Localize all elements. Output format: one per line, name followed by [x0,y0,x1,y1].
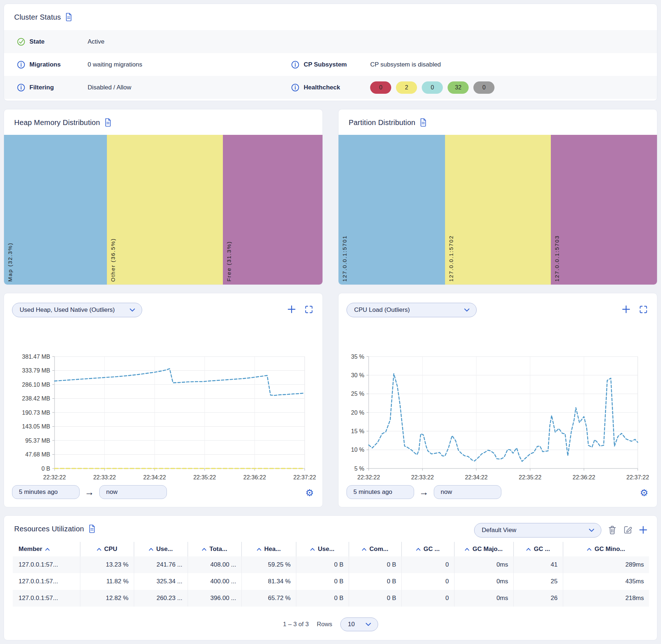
bar-segment[interactable]: 127.0.0.1:5701 [338,135,445,285]
value-cell: 25 [513,573,563,590]
segment-label: Map (32.3%) [7,242,13,282]
value-cell: 0 B [296,556,349,573]
sort-caret-icon [257,546,261,553]
rows-per-page-label: Rows [317,621,332,628]
metric-select[interactable]: CPU Load (Outliers) [346,303,477,317]
document-icon[interactable] [104,118,112,127]
segment-label: 127.0.0.1:5703 [554,235,560,282]
metric-select[interactable]: Used Heap, Used Native (Outliers) [12,303,142,317]
fullscreen-button[interactable] [305,305,313,315]
column-header[interactable]: GC Majo... [454,542,513,556]
healthcheck-badge[interactable]: 0 [422,81,443,94]
status-label: State [29,38,88,45]
svg-text:22:33:22: 22:33:22 [411,474,434,480]
svg-text:95.37 MB: 95.37 MB [25,438,50,444]
document-icon[interactable] [88,524,96,533]
value-cell: 65.72 % [241,590,296,607]
table-row[interactable]: 127.0.0.1:57...12.82 %260.23 ...396.00 .… [13,590,649,607]
plus-icon [639,526,648,535]
column-header[interactable]: Use... [134,542,188,556]
column-header[interactable]: GC Mino... [563,542,649,556]
svg-text:22:34:22: 22:34:22 [143,474,166,480]
add-chart-button[interactable] [287,305,296,315]
table-row[interactable]: 127.0.0.1:57...11.82 %325.34 ...400.00 .… [13,573,649,590]
cluster-status-panel: Cluster Status StateActiveMigrations0 wa… [4,4,657,101]
status-group-left: Migrations0 waiting migrations [4,61,291,69]
status-row: StateActive [4,30,657,53]
svg-text:190.73 MB: 190.73 MB [22,410,50,416]
column-header[interactable]: CPU [80,542,134,556]
column-header[interactable]: Com... [349,542,401,556]
segment-label: Free (31.3%) [226,241,232,282]
value-cell: 325.34 ... [134,573,188,590]
panel-title: Cluster Status [14,13,61,21]
value-cell: 0ms [454,556,513,573]
column-header[interactable]: Hea... [241,542,296,556]
chevron-down-icon [129,306,135,314]
edit-view-button[interactable] [623,525,632,535]
rows-per-page-value: 10 [348,621,355,628]
column-header[interactable]: Tota... [188,542,241,556]
svg-text:333.79 MB: 333.79 MB [22,367,50,374]
value-cell: 0 B [349,556,401,573]
bar-segment[interactable]: 127.0.0.1:5702 [445,135,551,285]
healthcheck-badge[interactable]: 2 [396,81,417,94]
time-from-input[interactable]: 5 minutes ago [346,485,414,499]
column-label: CPU [104,546,117,553]
bar-segment[interactable]: Free (31.3%) [223,135,323,285]
add-chart-button[interactable] [622,305,630,315]
time-to-input[interactable]: now [99,485,167,499]
segment-label: 127.0.0.1:5701 [341,235,348,282]
healthcheck-badge[interactable]: 32 [448,81,469,94]
value-cell: 13.23 % [80,556,134,573]
chevron-down-icon [464,306,470,314]
time-from-input[interactable]: 5 minutes ago [12,485,80,499]
time-to-input[interactable]: now [434,485,501,499]
chevron-down-icon [589,527,594,534]
heap-memory-distribution-panel: Heap Memory Distribution Map (32.3%)Othe… [4,109,323,285]
svg-text:0 B: 0 B [41,466,50,472]
svg-text:22:37:22: 22:37:22 [293,474,316,480]
gear-icon: ⚙ [640,487,648,498]
segment-label: Other (36.5%) [110,238,116,282]
metric-select-value: Used Heap, Used Native (Outliers) [20,306,115,314]
svg-text:15 %: 15 % [351,428,364,434]
column-label: Member [19,546,42,553]
svg-text:381.47 MB: 381.47 MB [22,354,50,360]
status-value: Active [88,38,104,45]
status-row: FilteringDisabled / AllowHealthcheck0203… [4,76,657,99]
chart-settings-button[interactable]: ⚙ [305,488,314,498]
value-cell: 289ms [563,556,649,573]
delete-view-button[interactable] [608,525,617,536]
document-icon[interactable] [420,118,427,127]
metric-select-value: CPU Load (Outliers) [354,306,410,314]
bar-segment[interactable]: Other (36.5%) [107,135,223,285]
sort-caret-icon [202,546,207,553]
column-header[interactable]: GC ... [513,542,563,556]
table-row[interactable]: 127.0.0.1:57...13.23 %241.76 ...408.00 .… [13,556,649,573]
column-header[interactable]: Use... [296,542,349,556]
healthcheck-badge[interactable]: 0 [370,81,391,94]
bar-segment[interactable]: 127.0.0.1:5703 [551,135,657,285]
view-select-value: Default View [482,527,516,534]
sort-caret-icon [587,546,592,553]
column-header[interactable]: Member [13,542,80,556]
chevron-down-icon [365,621,371,628]
status-value: CP subsystem is disabled [370,61,441,68]
healthcheck-badge[interactable]: 0 [473,81,494,94]
svg-text:10 %: 10 % [351,447,364,453]
bar-segment[interactable]: Map (32.3%) [4,135,107,285]
rows-per-page-select[interactable]: 10 [340,617,378,631]
column-label: Com... [369,546,388,553]
partition-distribution-panel: Partition Distribution 127.0.0.1:5701127… [338,109,657,285]
sort-caret-icon [97,546,101,553]
cpu-load-chart-panel: CPU Load (Outliers) 35 %30 %25 %20 %15 %… [338,293,657,507]
add-view-button[interactable] [639,526,648,535]
sort-caret-icon [149,546,153,553]
column-header[interactable]: GC ... [401,542,454,556]
document-icon[interactable] [65,13,72,21]
status-group-right: CP SubsystemCP subsystem is disabled [291,61,657,69]
view-select[interactable]: Default View [474,523,601,538]
chart-settings-button[interactable]: ⚙ [640,488,648,498]
fullscreen-button[interactable] [639,305,648,315]
